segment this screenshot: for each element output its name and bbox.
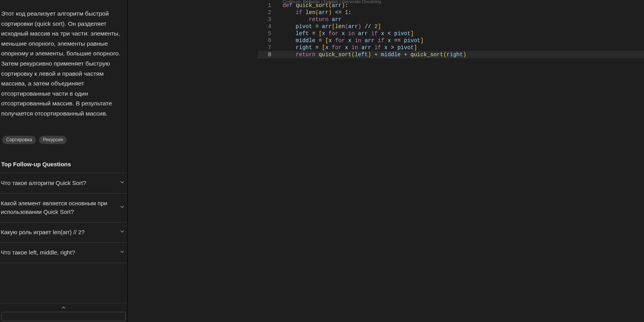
- tag-item[interactable]: Рекурсия: [39, 136, 67, 144]
- line-number: 6: [128, 37, 271, 44]
- line-number: 1: [128, 2, 271, 9]
- followup-heading: Top Follow-up Questions: [0, 144, 127, 173]
- code-line: def quick_sort(arr):: [283, 2, 466, 9]
- line-number: 4: [128, 23, 271, 30]
- followup-item[interactable]: Что такое left, middle, right?: [0, 243, 127, 263]
- followup-item[interactable]: Какую роль играет len(arr) // 2?: [0, 222, 127, 243]
- code-line: middle = [x for x in arr if x == pivot]: [283, 37, 466, 44]
- followup-item[interactable]: Что такое алгоритм Quick Sort?: [0, 173, 127, 194]
- chevron-down-icon: [119, 180, 125, 187]
- tag-item[interactable]: Сортировка: [2, 136, 36, 144]
- code-line: left = [x for x in arr if x < pivot]: [283, 30, 466, 37]
- sidebar-bottom: [0, 303, 127, 322]
- code-line: return quick_sort(left) + middle + quick…: [283, 51, 466, 58]
- followup-item[interactable]: Какой элемент является основным при испо…: [0, 194, 127, 222]
- followup-text: Что такое алгоритм Quick Sort?: [1, 179, 119, 187]
- sidebar-header: [0, 0, 127, 5]
- sidebar-panel: Этот код реализует алгоритм быстрой сорт…: [0, 0, 128, 322]
- code-line: if len(arr) <= 1:: [283, 9, 466, 16]
- followup-text: Какую роль играет len(arr) // 2?: [1, 228, 119, 237]
- line-number: 7: [128, 44, 271, 51]
- collapse-handle[interactable]: [0, 303, 127, 312]
- code-line: right = [x for x in arr if x > pivot]: [283, 44, 466, 51]
- code-line: pivot = arr[len(arr) // 2]: [283, 23, 466, 30]
- code-description: Этот код реализует алгоритм быстрой сорт…: [0, 5, 127, 119]
- line-number: 8: [128, 51, 271, 58]
- chevron-down-icon: [119, 249, 125, 256]
- code-line: return arr: [283, 16, 466, 23]
- line-number-gutter: 1 2 3 4 5 6 7 8: [128, 2, 275, 58]
- chevron-down-icon: [119, 229, 125, 236]
- chevron-down-icon: [119, 204, 125, 211]
- line-number: 2: [128, 9, 271, 16]
- chevron-up-icon: [61, 305, 66, 310]
- line-number: 5: [128, 30, 271, 37]
- followup-list: Что такое алгоритм Quick Sort? Какой эле…: [0, 173, 127, 263]
- code-content[interactable]: def quick_sort(arr): if len(arr) <= 1: r…: [283, 2, 466, 58]
- code-editor[interactable]: Codeium: Refactor | Explain | Generate D…: [128, 0, 644, 322]
- line-number: 3: [128, 16, 271, 23]
- followup-text: Что такое left, middle, right?: [1, 248, 119, 257]
- followup-text: Какой элемент является основным при испо…: [1, 199, 119, 216]
- chat-input[interactable]: [2, 312, 126, 321]
- app-root: Этот код реализует алгоритм быстрой сорт…: [0, 0, 644, 322]
- tag-list: Сортировка Рекурсия: [0, 119, 127, 144]
